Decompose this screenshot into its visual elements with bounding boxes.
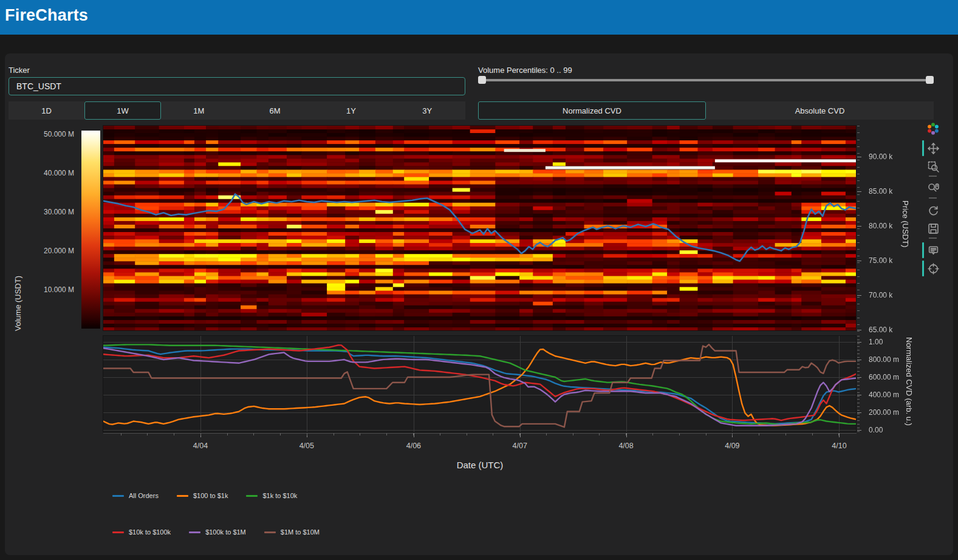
cvd-axis-minor-tick xyxy=(857,417,860,417)
toolbar-separator xyxy=(929,237,937,239)
legend-item: $100 to $1k xyxy=(177,492,228,499)
cvd-plot[interactable] xyxy=(103,336,857,432)
price-axis-minor-tick xyxy=(857,249,860,250)
x-axis-minor-tick xyxy=(785,433,786,435)
price-axis-tick xyxy=(857,295,861,296)
x-axis-minor-tick xyxy=(838,433,839,435)
x-axis-minor-tick xyxy=(467,433,467,435)
x-axis-minor-tick xyxy=(626,433,626,435)
cvd-axis-minor-tick xyxy=(857,410,860,411)
app-title: FireCharts xyxy=(5,6,88,25)
ticker-input[interactable] xyxy=(9,77,465,95)
tab-normalized-cvd[interactable]: Normalized CVD xyxy=(478,101,706,120)
price-axis-tick-label: 80.00 k xyxy=(869,222,892,230)
cvd-axis-minor-tick xyxy=(857,392,860,393)
x-axis-minor-tick xyxy=(679,433,680,435)
legend-row-1: All Orders$100 to $1k$1k to $10k xyxy=(112,492,297,499)
cvd-axis-minor-tick xyxy=(857,367,860,368)
save-icon xyxy=(928,223,939,234)
cvd-axis-minor-tick xyxy=(857,420,860,421)
heatmap-plot[interactable] xyxy=(103,126,857,331)
timeframe-button-3y[interactable]: 3Y xyxy=(389,101,465,120)
price-axis-tick-label: 65.00 k xyxy=(869,326,892,334)
colorbar-tick-label: 10.000 M xyxy=(30,285,74,294)
x-axis-minor-tick xyxy=(121,433,121,435)
cvd-axis-minor-tick xyxy=(857,428,860,428)
slider-handle-max[interactable] xyxy=(926,76,934,84)
timeframe-button-6m[interactable]: 6M xyxy=(237,101,313,120)
price-axis-minor-tick xyxy=(857,283,860,284)
hover-active-indicator xyxy=(922,242,924,258)
wheel-zoom-tool-button[interactable] xyxy=(926,181,940,196)
cvd-axis-minor-tick xyxy=(857,389,860,389)
ticker-label: Ticker xyxy=(9,66,30,75)
cvd-tab-group: Normalized CVDAbsolute CVD xyxy=(478,101,934,120)
volume-percentiles-label: Volume Percentiles: 0 .. 99 xyxy=(478,66,572,75)
price-axis-minor-tick xyxy=(857,256,860,256)
x-axis-tick-label: 4/08 xyxy=(618,442,633,450)
price-axis-minor-tick xyxy=(857,160,860,160)
save-tool-button[interactable] xyxy=(926,221,940,236)
pan-tool-button[interactable] xyxy=(926,141,940,155)
bokeh-logo[interactable] xyxy=(926,121,940,136)
x-axis-minor-tick xyxy=(652,433,653,435)
price-axis-minor-tick xyxy=(857,153,860,154)
x-axis-minor-tick xyxy=(307,433,307,435)
price-axis-minor-tick xyxy=(857,270,860,270)
volume-percentile-slider[interactable] xyxy=(478,75,934,85)
timeframe-button-1d[interactable]: 1D xyxy=(9,101,84,120)
x-axis-minor-tick xyxy=(174,433,174,435)
legend-item: $10k to $100k xyxy=(112,528,171,536)
x-axis-tick-label: 4/06 xyxy=(406,442,421,450)
cvd-axis-minor-tick xyxy=(857,350,860,350)
timeframe-button-1w[interactable]: 1W xyxy=(84,101,160,120)
bokeh-logo-icon xyxy=(926,122,940,135)
price-axis-tick-label: 75.00 k xyxy=(869,256,892,265)
reset-tool-button[interactable] xyxy=(926,203,940,217)
cvd-axis-minor-tick xyxy=(857,431,860,432)
price-axis-minor-tick xyxy=(857,180,860,181)
legend-item: All Orders xyxy=(112,492,159,499)
price-axis-minor-tick xyxy=(857,194,860,195)
x-axis-minor-tick xyxy=(386,433,387,435)
legend-item: $1k to $10k xyxy=(246,492,297,499)
legend-swatch xyxy=(177,495,188,497)
timeframe-button-1m[interactable]: 1M xyxy=(161,101,237,120)
hover-tool-button[interactable] xyxy=(926,243,940,258)
slider-track[interactable] xyxy=(478,79,934,81)
tab-absolute-cvd[interactable]: Absolute CVD xyxy=(706,101,934,120)
price-axis-minor-tick xyxy=(857,318,860,318)
legend-swatch xyxy=(189,531,200,533)
cvd-axis-title: Normalized CVD (arb. u.) xyxy=(905,337,914,426)
cvd-axis-minor-tick xyxy=(857,364,860,364)
cvd-axis-minor-tick xyxy=(857,406,860,407)
x-axis-minor-tick xyxy=(360,433,360,435)
slider-handle-min[interactable] xyxy=(478,76,486,84)
wheel-zoom-icon xyxy=(928,183,939,194)
hover-icon xyxy=(928,245,939,256)
legend-label: All Orders xyxy=(129,492,159,499)
price-axis-minor-tick xyxy=(857,201,860,202)
x-axis-minor-tick xyxy=(599,433,600,435)
price-axis-minor-tick xyxy=(857,140,860,140)
x-axis-tick-label: 4/07 xyxy=(513,442,527,450)
price-axis-tick xyxy=(857,330,861,330)
legend-label: $1k to $10k xyxy=(262,492,297,499)
price-axis-minor-tick xyxy=(857,215,860,216)
price-axis-minor-tick xyxy=(857,262,860,263)
cvd-axis-minor-tick xyxy=(857,340,860,340)
box-zoom-tool-button[interactable] xyxy=(926,159,940,174)
x-axis-tick xyxy=(414,433,414,437)
x-axis-minor-tick xyxy=(440,433,440,435)
legend-item: $1M to $10M xyxy=(264,528,320,536)
timeframe-button-1y[interactable]: 1Y xyxy=(313,101,389,120)
crosshair-tool-button[interactable] xyxy=(926,261,940,276)
price-axis-title: Price (USDT) xyxy=(901,200,910,247)
colorbar-tick-label: 40.000 M xyxy=(30,169,74,177)
cvd-axis-tick-label: 0.00 xyxy=(869,426,883,434)
cvd-axis-minor-tick xyxy=(857,414,860,414)
toolbar-separator xyxy=(929,176,937,177)
cvd-axis-minor-tick xyxy=(857,346,860,347)
colorbar-tick-label: 20.000 M xyxy=(30,247,74,255)
price-axis-tick xyxy=(857,191,861,192)
